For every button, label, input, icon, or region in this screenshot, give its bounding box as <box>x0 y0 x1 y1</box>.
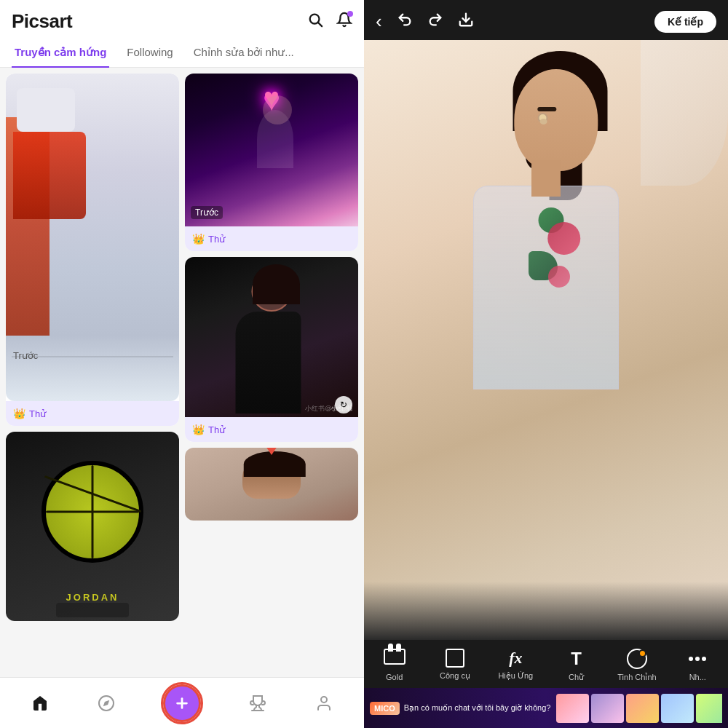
tool-more[interactable]: Nh... <box>672 649 723 681</box>
barbie-footer-text: Thử <box>208 234 225 245</box>
mico-thumb-5[interactable] <box>696 694 722 723</box>
card-barbie[interactable]: ♥ Trước 👑 Thử <box>185 74 358 251</box>
svg-marker-5 <box>103 700 108 705</box>
tool-adjust-label: Tinh Chỉnh <box>617 673 656 682</box>
card-1-footer: 👑 Thử <box>6 401 179 426</box>
tool-text-label: Chữ <box>569 673 584 682</box>
mico-thumb-1[interactable] <box>556 694 589 723</box>
crown-icon-1: 👑 <box>13 408 25 419</box>
bottom-nav <box>0 677 364 728</box>
content-area: Trước 👑 Thử <box>0 68 364 677</box>
right-header-left: ‹ <box>376 10 474 33</box>
right-header: ‹ Kế tiếp <box>364 0 728 40</box>
crown-icon-3: 👑 <box>192 424 205 435</box>
card-1-image: Trước <box>6 74 179 401</box>
tool-text[interactable]: T Chữ <box>551 649 602 682</box>
gold-icon <box>384 649 405 669</box>
red-arrow-indicator <box>253 448 290 465</box>
back-button[interactable]: ‹ <box>376 10 382 33</box>
woman-figure <box>364 40 728 640</box>
mico-thumb-3[interactable] <box>626 694 659 723</box>
text-icon: T <box>571 649 582 669</box>
mico-info: MICO Bạn có muốn chat với tôi bây giờ kh… <box>370 702 550 715</box>
crop-icon <box>446 649 464 668</box>
jordan-image: JORDAN <box>6 432 179 621</box>
redo-button[interactable] <box>427 12 443 32</box>
mico-thumb-2[interactable] <box>591 694 624 723</box>
card-1-footer-text: Thử <box>29 408 46 419</box>
svg-marker-2 <box>257 448 286 455</box>
truoc-overlay-1: Trước <box>13 350 38 361</box>
more-icon <box>689 649 706 669</box>
card-kpop[interactable]: 小红书@sssaaa ↻ 👑 Thử <box>185 257 358 442</box>
mico-thumb-4[interactable] <box>661 694 694 723</box>
col-left: Trước 👑 Thử <box>6 74 179 621</box>
mico-logo: MICO <box>370 702 400 715</box>
col-right: ♥ Trước 👑 Thử <box>185 74 358 621</box>
tool-gold[interactable]: Gold <box>369 649 420 681</box>
ke-tiep-button[interactable]: Kế tiếp <box>654 11 716 33</box>
barbie-footer: 👑 Thử <box>185 226 358 251</box>
tool-crop-label: Công cụ <box>440 671 470 681</box>
svg-point-8 <box>321 697 327 703</box>
masonry-grid: Trước 👑 Thử <box>6 74 358 621</box>
tab-bar: Truyền cảm hứng Following Chỉnh sửa bởi … <box>0 39 364 68</box>
card-jordan[interactable]: JORDAN <box>6 432 179 621</box>
svg-line-1 <box>318 23 322 26</box>
tool-fx-label: Hiệu Ứng <box>498 671 533 681</box>
nav-trophy[interactable] <box>249 695 266 712</box>
left-panel: Picsart Truyền cảm hứng Following <box>0 0 364 728</box>
fx-icon: fx <box>509 649 522 668</box>
truoc-badge: Trước <box>191 206 223 219</box>
crown-icon-2: 👑 <box>192 233 205 245</box>
watermark: 小红书@sssaaa <box>305 404 352 414</box>
kpop-image: 小红书@sssaaa ↻ <box>185 257 358 417</box>
refresh-icon[interactable]: ↻ <box>335 396 352 414</box>
card-girl3[interactable] <box>185 448 358 521</box>
tool-gold-label: Gold <box>386 673 403 681</box>
mico-banner[interactable]: MICO Bạn có muốn chat với tôi bây giờ kh… <box>364 688 728 728</box>
photo-fade <box>364 582 728 640</box>
nav-add[interactable] <box>163 684 201 722</box>
barbie-image: ♥ Trước <box>185 74 358 226</box>
kpop-footer: 👑 Thử <box>185 417 358 442</box>
bell-icon[interactable] <box>336 12 352 32</box>
download-button[interactable] <box>458 12 474 32</box>
jordan-text: JORDAN <box>66 592 119 603</box>
app-header: Picsart <box>0 0 364 39</box>
notification-dot <box>347 11 353 17</box>
app-logo: Picsart <box>12 10 72 33</box>
header-icons <box>307 12 352 32</box>
card-1[interactable]: Trước 👑 Thử <box>6 74 179 426</box>
add-button[interactable] <box>163 684 201 722</box>
tab-chinh-sua[interactable]: Chỉnh sửa bởi như... <box>191 39 297 68</box>
portrait <box>364 40 728 640</box>
tab-following[interactable]: Following <box>124 39 175 68</box>
right-toolbar: Gold Công cụ fx Hiệu Ứng T Chữ Tinh Chỉn… <box>364 640 728 688</box>
search-icon[interactable] <box>307 12 323 32</box>
mico-thumbnails <box>556 694 722 723</box>
right-panel: ‹ Kế tiếp <box>364 0 728 728</box>
main-photo-area <box>364 40 728 640</box>
tool-fx[interactable]: fx Hiệu Ứng <box>490 649 541 681</box>
tool-more-label: Nh... <box>689 673 706 681</box>
kpop-footer-text: Thử <box>208 424 225 435</box>
tool-crop[interactable]: Công cụ <box>430 649 480 681</box>
nav-home[interactable] <box>31 695 49 712</box>
undo-button[interactable] <box>397 12 413 32</box>
tool-adjust[interactable]: Tinh Chỉnh <box>612 649 662 682</box>
nav-explore[interactable] <box>98 695 115 712</box>
adjust-icon <box>627 649 647 669</box>
tab-truyen-cam-hung[interactable]: Truyền cảm hứng <box>12 39 109 68</box>
nav-profile[interactable] <box>315 695 333 712</box>
mico-text: Bạn có muốn chat với tôi bây giờ không? <box>404 703 551 713</box>
